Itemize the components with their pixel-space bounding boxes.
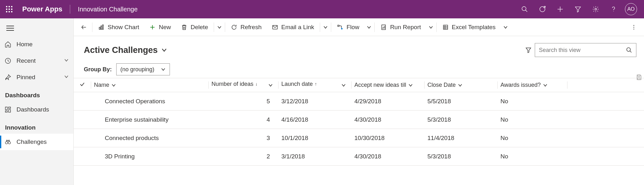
column-header-awards[interactable]: Awards issued? (497, 78, 567, 92)
table-row[interactable]: Enterprise sustainability44/16/20184/30/… (74, 111, 644, 129)
cell-accept: 4/30/2018 (351, 147, 424, 166)
email-split-chevron[interactable] (321, 18, 330, 36)
button-label: Run Report (390, 24, 421, 31)
flow-icon (337, 24, 343, 30)
column-header-ideas[interactable]: Number of ideas ↓ (208, 78, 278, 92)
svg-rect-0 (6, 6, 7, 7)
column-header-launch[interactable]: Launch date ↑ (278, 78, 351, 92)
sidebar-item-home[interactable]: Home (0, 36, 73, 53)
chevron-down-icon (161, 67, 166, 72)
new-button[interactable]: New (144, 18, 176, 36)
svg-point-44 (634, 25, 634, 26)
cell-ideas: 2 (208, 147, 278, 166)
binoculars-icon (4, 138, 11, 145)
cell-awards: No (497, 147, 567, 166)
dashboard-icon (4, 106, 11, 113)
search-icon[interactable] (516, 0, 533, 18)
row-checkbox[interactable] (74, 111, 91, 129)
pin-icon (4, 74, 11, 81)
group-by-value: (no grouping) (120, 66, 154, 73)
show-chart-button[interactable]: Show Chart (93, 18, 144, 36)
search-view-box[interactable] (535, 43, 636, 57)
cell-ideas: 3 (208, 129, 278, 147)
flow-chevron[interactable] (364, 18, 374, 36)
button-label: Excel Templates (452, 24, 496, 31)
flow-button[interactable]: Flow (332, 18, 364, 36)
task-icon[interactable] (533, 0, 551, 18)
sidebar-item-label: Home (17, 41, 33, 48)
view-filter-button[interactable] (522, 47, 535, 53)
page-title: Innovation Challenge (70, 6, 145, 13)
email-link-button[interactable]: Email a Link (267, 18, 319, 36)
row-checkbox[interactable] (74, 92, 91, 111)
add-icon[interactable] (551, 0, 569, 18)
table-row[interactable]: Connected Operations53/12/20184/29/20185… (74, 92, 644, 111)
gear-icon[interactable] (587, 0, 605, 18)
save-view-icon[interactable] (636, 74, 642, 82)
excel-templates-button[interactable]: Excel Templates (437, 18, 501, 36)
trash-icon (181, 24, 187, 30)
button-label: Delete (191, 24, 208, 31)
sidebar-item-challenges[interactable]: Challenges (0, 134, 73, 150)
sidebar-toggle[interactable] (0, 20, 73, 36)
view-selector[interactable]: Active Challenges (84, 45, 167, 55)
avatar[interactable]: AO (625, 3, 637, 15)
sort-asc-icon: ↑ (315, 81, 317, 86)
svg-line-10 (526, 10, 527, 12)
select-all-column[interactable] (74, 78, 91, 92)
svg-rect-7 (9, 11, 10, 12)
more-commands-button[interactable] (626, 18, 641, 36)
command-bar: Show Chart New Delete Refresh Email a Li… (74, 18, 644, 36)
group-by-dropdown[interactable]: (no grouping) (116, 63, 170, 75)
sidebar-section-innovation: Innovation (0, 118, 73, 134)
svg-rect-3 (6, 9, 7, 10)
svg-rect-5 (11, 9, 12, 10)
svg-point-17 (613, 11, 614, 11)
svg-line-49 (630, 51, 632, 53)
refresh-icon (231, 24, 237, 30)
cell-close: 5/3/2018 (424, 111, 497, 129)
svg-marker-47 (526, 48, 531, 53)
app-launcher-icon[interactable] (0, 0, 18, 18)
column-header-accept[interactable]: Accept new ideas till (351, 78, 424, 92)
run-report-button[interactable]: Run Report (375, 18, 426, 36)
table-row[interactable]: Connected products310/1/201810/30/201811… (74, 129, 644, 147)
column-header-name[interactable]: Name (91, 78, 208, 92)
delete-split-chevron[interactable] (215, 18, 224, 36)
sidebar-item-pinned[interactable]: Pinned (0, 69, 73, 86)
chevron-down-icon (64, 57, 69, 64)
cell-close: 11/4/2018 (424, 129, 497, 147)
sidebar-item-recent[interactable]: Recent (0, 53, 73, 69)
svg-point-16 (595, 8, 597, 10)
cell-awards: No (497, 92, 567, 111)
refresh-button[interactable]: Refresh (226, 18, 267, 36)
cell-accept: 4/29/2018 (351, 92, 424, 111)
help-icon[interactable] (605, 0, 622, 18)
plus-icon (149, 24, 156, 30)
row-checkbox[interactable] (74, 147, 91, 166)
filter-icon[interactable] (569, 0, 587, 18)
search-input[interactable] (539, 47, 623, 54)
excel-templates-chevron[interactable] (501, 18, 510, 36)
button-label: Show Chart (108, 24, 139, 31)
row-checkbox[interactable] (74, 129, 91, 147)
more-vertical-icon (631, 24, 637, 30)
report-icon (380, 24, 387, 30)
run-report-chevron[interactable] (426, 18, 436, 36)
svg-rect-6 (6, 11, 7, 12)
avatar-initials: AO (627, 6, 634, 12)
delete-button[interactable]: Delete (176, 18, 213, 36)
cell-launch: 3/1/2018 (278, 147, 351, 166)
column-header-close[interactable]: Close Date (424, 78, 497, 92)
sidebar-item-dashboards[interactable]: Dashboards (0, 101, 73, 118)
group-by-row: Group By: (no grouping) (74, 61, 644, 78)
svg-rect-34 (338, 25, 339, 26)
search-icon (626, 47, 632, 53)
view-header: Active Challenges (74, 36, 644, 61)
home-icon (4, 41, 11, 48)
back-button[interactable] (76, 18, 91, 36)
table-row[interactable]: 3D Printing23/1/20184/30/20185/3/2018No (74, 147, 644, 166)
chevron-down-icon (64, 74, 69, 81)
cell-ideas: 4 (208, 111, 278, 129)
svg-rect-8 (11, 11, 12, 12)
